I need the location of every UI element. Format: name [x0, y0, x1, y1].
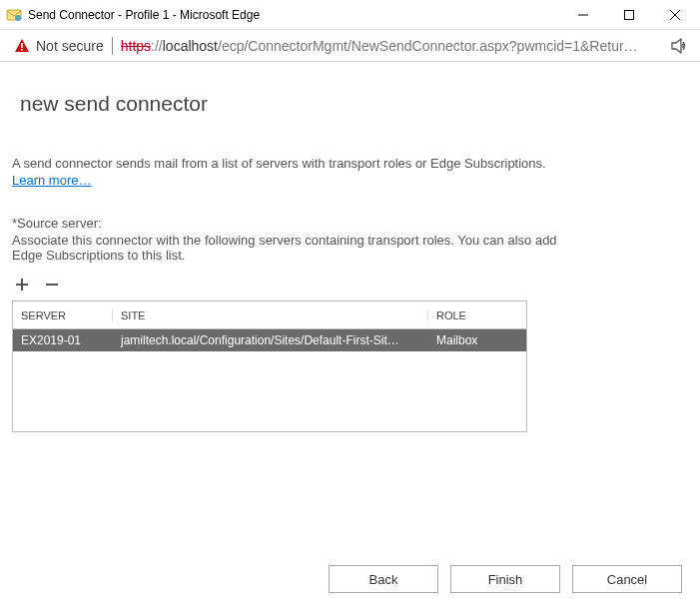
minus-icon — [44, 277, 60, 293]
close-button[interactable] — [652, 0, 698, 30]
svg-rect-7 — [21, 43, 23, 48]
servers-grid: SERVER SITE ROLE EX2019-01 jamiltech.loc… — [12, 301, 527, 432]
cell-server: EX2019-01 — [13, 333, 113, 347]
read-aloud-button[interactable] — [664, 32, 692, 60]
app-icon — [6, 7, 22, 23]
grid-body: EX2019-01 jamiltech.local/Configuration/… — [13, 329, 526, 351]
svg-line-4 — [670, 10, 680, 20]
page-title: new send connector — [12, 92, 688, 116]
add-button[interactable] — [12, 275, 32, 295]
window-title: Send Connector - Profile 1 - Microsoft E… — [28, 8, 260, 22]
url-protocol: https — [121, 38, 151, 54]
url-path: /ecp/ConnectorMgmt/NewSendConnector.aspx… — [218, 38, 638, 54]
header-site[interactable]: SITE — [113, 309, 428, 321]
plus-icon — [14, 277, 30, 293]
header-role[interactable]: ROLE — [428, 309, 526, 321]
cell-site: jamiltech.local/Configuration/Sites/Defa… — [113, 333, 428, 347]
svg-rect-8 — [21, 49, 23, 51]
source-server-help: Associate this connector with the follow… — [12, 233, 571, 263]
security-label: Not secure — [36, 38, 104, 54]
remove-button[interactable] — [42, 275, 62, 295]
svg-line-5 — [670, 10, 680, 20]
window-titlebar: Send Connector - Profile 1 - Microsoft E… — [0, 0, 700, 30]
source-server-label: *Source server: — [12, 216, 688, 231]
page-content: new send connector A send connector send… — [0, 62, 700, 432]
cell-role: Mailbox — [428, 333, 526, 347]
cancel-button[interactable]: Cancel — [572, 565, 682, 593]
finish-button[interactable]: Finish — [450, 565, 560, 593]
warning-icon — [14, 38, 30, 54]
security-badge[interactable]: Not secure — [14, 38, 104, 54]
wizard-footer: Back Finish Cancel — [329, 565, 682, 593]
description-text: A send connector sends mail from a list … — [12, 156, 688, 171]
header-server[interactable]: SERVER — [13, 309, 113, 321]
back-button[interactable]: Back — [329, 565, 438, 593]
table-row[interactable]: EX2019-01 jamiltech.local/Configuration/… — [13, 329, 526, 351]
address-bar: Not secure https://localhost/ecp/Connect… — [0, 30, 700, 62]
learn-more-link[interactable]: Learn more… — [12, 173, 91, 188]
address-divider — [112, 37, 113, 55]
svg-point-1 — [15, 15, 21, 21]
svg-rect-3 — [625, 10, 634, 19]
grid-toolbar — [12, 275, 688, 295]
url-display[interactable]: https://localhost/ecp/ConnectorMgmt/NewS… — [121, 38, 656, 54]
maximize-button[interactable] — [606, 0, 652, 30]
grid-header-row: SERVER SITE ROLE — [13, 302, 526, 329]
url-host: localhost — [163, 38, 218, 54]
minimize-button[interactable] — [560, 0, 606, 30]
